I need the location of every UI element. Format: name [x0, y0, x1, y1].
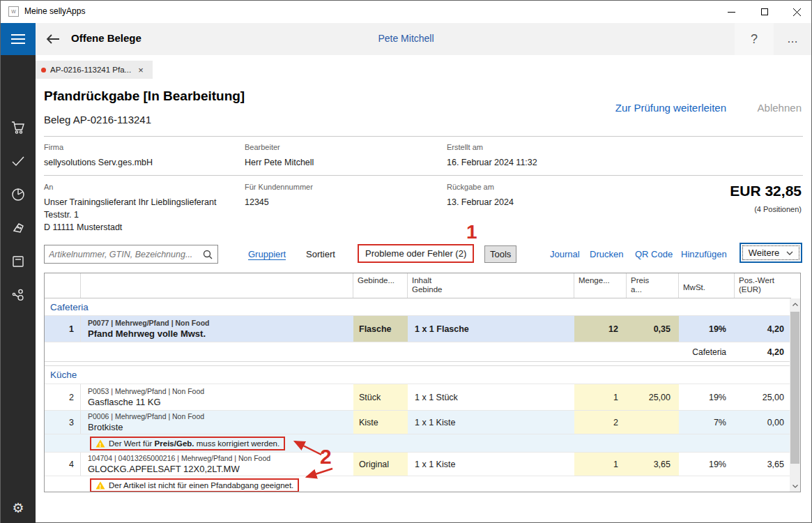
- article-code: P0053 | Mehrweg/Pfand | Non Food: [88, 387, 204, 396]
- help-button[interactable]: ?: [735, 23, 774, 55]
- col-header-inhalt[interactable]: InhaltGebinde: [408, 273, 574, 298]
- inhalt-cell: 1 x 1 Kiste: [408, 453, 574, 476]
- qr-code-link[interactable]: QR Code: [635, 249, 673, 259]
- scroll-down-icon[interactable]: [790, 480, 800, 492]
- sidebar-item-tasks[interactable]: [1, 149, 36, 174]
- reject-button[interactable]: Ablehnen: [758, 102, 802, 114]
- preis-cell[interactable]: 25,00: [627, 384, 679, 410]
- table-row[interactable]: 3 P0006 | Mehrweg/Pfand | Non Food Brotk…: [45, 411, 791, 434]
- preis-cell[interactable]: 0,35: [627, 316, 679, 342]
- sidebar-item-journal[interactable]: [1, 249, 36, 274]
- table-row[interactable]: 1 P0077 | Mehrweg/Pfand | Non Food Pfand…: [45, 316, 791, 342]
- check-icon: [11, 156, 25, 167]
- gebinde-cell[interactable]: Stück: [353, 384, 408, 410]
- group-subtotal-row: Cafeteria 4,20: [45, 342, 791, 362]
- col-header-pos-wert[interactable]: Pos.-Wert(EUR): [735, 273, 791, 298]
- app-window: w Meine sellyApps Offene Belege Pete Mit…: [0, 0, 812, 523]
- col-header-gebinde[interactable]: Gebinde...: [353, 273, 408, 298]
- warning-message-box: ! Der Artikel ist nicht für einen Pfanda…: [90, 478, 299, 492]
- article-code: P0006 | Mehrweg/Pfand | Non Food: [88, 412, 204, 421]
- field-bearbeiter: Bearbeiter Herr Pete Mitchell: [245, 143, 314, 169]
- scroll-up-icon[interactable]: [790, 298, 800, 310]
- more-options-button[interactable]: …: [776, 23, 811, 55]
- tab-close-icon[interactable]: ×: [138, 65, 144, 75]
- preis-cell[interactable]: 3,65: [627, 453, 679, 476]
- group-header-kueche[interactable]: Küche: [45, 366, 791, 384]
- menge-cell[interactable]: 2: [574, 411, 627, 434]
- sidebar-item-share[interactable]: [1, 282, 36, 308]
- svg-text:!: !: [100, 483, 102, 490]
- problems-errors-button[interactable]: Probleme oder Fehler (2): [358, 244, 474, 263]
- mwst-cell: 7%: [679, 411, 735, 434]
- app-header: Offene Belege Pete Mitchell ? …: [1, 23, 811, 55]
- annotation-arrows: [288, 434, 358, 494]
- table-row[interactable]: 2 P0053 | Mehrweg/Pfand | Non Food Gasfl…: [45, 384, 791, 411]
- chevron-down-icon: [786, 251, 793, 255]
- table-header-row: Gebinde... InhaltGebinde Menge... Preisa…: [45, 273, 791, 298]
- preis-cell[interactable]: [627, 411, 679, 434]
- col-header-menge[interactable]: Menge...: [574, 273, 627, 298]
- share-icon: [11, 288, 25, 302]
- add-link[interactable]: Hinzufügen: [681, 249, 727, 259]
- document-tab[interactable]: AP-0216-113241 Pfa... ×: [36, 61, 153, 79]
- grouped-toggle[interactable]: Gruppiert: [248, 249, 286, 260]
- warning-icon: !: [95, 439, 105, 448]
- app-icon: w: [8, 6, 19, 17]
- user-name-link[interactable]: Pete Mitchell: [1, 33, 811, 44]
- article-name: Brotkiste: [88, 421, 123, 433]
- article-search: [44, 245, 218, 264]
- more-actions-button[interactable]: Weitere: [740, 243, 802, 263]
- pos-wert-cell: 4,20: [735, 316, 791, 342]
- gebinde-cell[interactable]: Kiste: [353, 411, 408, 434]
- inhalt-cell: 1 x 1 Kiste: [408, 411, 574, 434]
- gebinde-cell[interactable]: Flasche: [353, 316, 408, 342]
- article-code: 104704 | 04013265000216 | Mehrweg/Pfand …: [88, 454, 270, 463]
- tag-icon: [11, 221, 25, 235]
- sidebar-item-settings[interactable]: ⚙: [1, 495, 36, 520]
- tab-label: AP-0216-113241 Pfa...: [50, 66, 131, 74]
- table-scrollbar[interactable]: [790, 298, 800, 492]
- scrollbar-thumb[interactable]: [790, 312, 799, 464]
- field-firma: Firma sellysolutions Serv.ges.mbH: [44, 143, 153, 169]
- gebinde-cell[interactable]: Original: [353, 453, 408, 476]
- document-number: Beleg AP-0216-113241: [44, 114, 151, 126]
- maximize-button[interactable]: [749, 1, 781, 23]
- sidebar-item-reports[interactable]: [1, 182, 36, 207]
- divider: [44, 175, 803, 176]
- col-header-mwst[interactable]: MwSt.: [679, 273, 735, 298]
- col-header-preis[interactable]: Preisa...: [627, 273, 679, 298]
- sidebar-item-pricing[interactable]: [1, 215, 36, 241]
- pos-wert-cell: 3,65: [735, 453, 791, 476]
- table-row[interactable]: 4 104704 | 04013265000216 | Mehrweg/Pfan…: [45, 453, 791, 476]
- total-amount: EUR 32,85: [730, 183, 802, 199]
- menge-cell[interactable]: 1: [574, 453, 627, 476]
- gear-icon: ⚙: [12, 500, 24, 515]
- mwst-cell: 19%: [679, 316, 735, 342]
- print-link[interactable]: Drucken: [590, 249, 623, 259]
- positions-count: (4 Positionen): [754, 205, 802, 213]
- article-name: GLOCKG.APFELSAFT 12X0,2LT.MW: [88, 463, 240, 475]
- group-header-cafeteria[interactable]: Cafeteria: [45, 298, 791, 316]
- search-icon[interactable]: [203, 250, 213, 259]
- inhalt-cell: 1 x 1 Flasche: [408, 316, 574, 342]
- svg-text:!: !: [100, 441, 102, 448]
- close-button[interactable]: [781, 1, 812, 23]
- search-input[interactable]: [45, 250, 203, 259]
- minimize-button[interactable]: [715, 1, 747, 23]
- tools-button[interactable]: Tools: [484, 245, 516, 263]
- warning-icon: !: [95, 481, 105, 490]
- menge-cell[interactable]: 12: [574, 316, 627, 342]
- annotation-label-1: 1: [466, 221, 477, 243]
- field-an: An Unser Trainingslieferant Ihr Liebling…: [44, 183, 216, 234]
- mwst-cell: 19%: [679, 384, 735, 410]
- sorted-toggle[interactable]: Sortiert: [306, 249, 335, 259]
- col-header-number[interactable]: [45, 273, 81, 298]
- cart-icon: [10, 121, 26, 135]
- sidebar-item-cart[interactable]: [1, 115, 36, 140]
- menge-cell[interactable]: 1: [574, 384, 627, 410]
- unsaved-dot-icon: [41, 68, 46, 73]
- col-header-article[interactable]: [81, 273, 353, 298]
- forward-for-review-button[interactable]: Zur Prüfung weiterleiten: [615, 102, 726, 114]
- journal-link[interactable]: Journal: [550, 249, 580, 259]
- article-code: P0077 | Mehrweg/Pfand | Non Food: [88, 319, 209, 328]
